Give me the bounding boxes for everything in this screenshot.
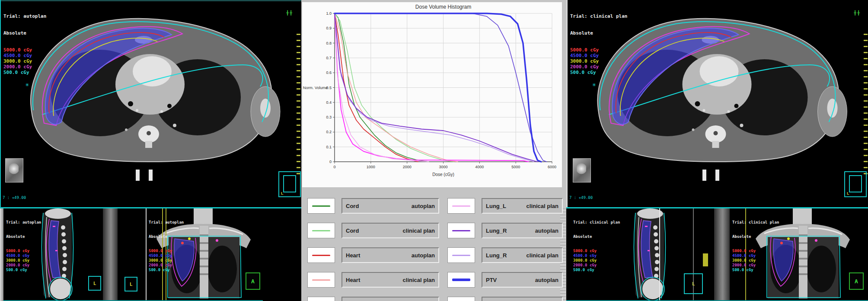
panel-edge-line [146, 208, 147, 301]
dvh-panel: 010002000300040005000600000.10.20.30.40.… [301, 0, 566, 301]
dvh-legend-left-column: CordautoplanCordclinical planHeartautopl… [307, 198, 439, 301]
y-tick-label: 0.8 [326, 41, 332, 45]
laser-cross-marks: ╂╂ [286, 10, 293, 15]
isodose-level-label: 5000.0 cGy [6, 249, 41, 253]
couch-rail-marker [149, 170, 153, 181]
legend-field[interactable]: PTVautoplan [482, 272, 563, 288]
legend-plan-label: autoplan [535, 277, 558, 283]
isodose-level-label: 3000.0 cGy [570, 58, 627, 64]
isodose-level-label: 3000.0 cGy [149, 258, 184, 263]
legend-field[interactable]: Lung_Rautoplan [482, 223, 563, 238]
legend-row[interactable]: Lung_Rclinical plan [447, 247, 563, 263]
chart-title: Dose Volume Histogram [415, 4, 471, 10]
yellow-marker [703, 253, 708, 266]
isodose-list: 5000.0 cGy4500.0 cGy3000.0 cGy2000.0 cGy… [6, 249, 41, 272]
legend-row[interactable]: PTVautoplan [447, 272, 563, 288]
y-tick-label: 0.6 [326, 70, 332, 75]
isodose-level-label: 4500.0 cGy [6, 253, 41, 258]
trial-title: Trial: autoplan [3, 13, 46, 19]
window-scrollbar[interactable] [0, 208, 3, 301]
isodose-level-label: 4500.0 cGy [573, 253, 620, 258]
sagittal-viewport-autoplan[interactable]: Trial: autoplan Absolute 5000.0 cGy4500.… [3, 208, 103, 301]
legend-row[interactable]: Cordclinical plan [307, 223, 439, 238]
dose-mode-label: Absolute [3, 30, 46, 36]
view-divider-scrollbar[interactable] [103, 208, 118, 301]
x-tick-label: 5000 [511, 165, 520, 169]
axial-viewport-clinical-plan[interactable]: ✳ Trial: clinical plan Absolute 5000.0 c… [566, 0, 868, 208]
legend-field[interactable]: Cordclinical plan [341, 223, 439, 238]
isodose-level-label: 4500.0 cGy [570, 53, 627, 58]
axial-viewport-autoplan[interactable]: ✳ Trial: autoplan Absolute 5000.0 cGy450… [0, 0, 302, 208]
orientation-box: L [844, 171, 867, 197]
dvh-plot: 010002000300040005000600000.10.20.30.40.… [302, 2, 562, 187]
isodose-level-label: 500.0 cGy [732, 268, 779, 272]
dvh-legend-right-column: Lung_Lclinical planLung_RautoplanLung_Rc… [447, 198, 563, 301]
laser-cross-marks: ╂╂ [854, 10, 861, 15]
legend-row[interactable]: PTVclinical plan [447, 297, 563, 301]
sagittal-viewport-clinical-plan[interactable]: Trial: clinical plan Absolute 5000.0 cGy… [566, 208, 714, 301]
legend-color-swatch [447, 297, 475, 301]
scout-thumbnail[interactable] [5, 158, 23, 183]
isodose-list: 5000.0 cGy4500.0 cGy3000.0 cGy2000.0 cGy… [570, 47, 627, 75]
legend-row[interactable]: Cordautoplan [307, 198, 439, 214]
isodose-level-label: 5000.0 cGy [570, 47, 627, 53]
ruler-ticks [864, 34, 868, 176]
coronal-viewport-autoplan[interactable]: Trial: autoplan Absolute 5000.0 cGy4500.… [118, 208, 263, 301]
legend-plan-label: clinical plan [527, 203, 558, 209]
dose-volume-histogram-chart[interactable]: 010002000300040005000600000.10.20.30.40.… [302, 2, 562, 187]
legend-row[interactable]: Lung_Lclinical plan [447, 198, 563, 214]
legend-color-swatch [307, 247, 335, 263]
y-tick-label: 0 [329, 160, 332, 164]
legend-row[interactable]: Heartclinical plan [307, 272, 439, 288]
legend-field[interactable]: PTVclinical plan [482, 297, 563, 301]
legend-color-line [312, 279, 330, 281]
legend-field[interactable]: Lung_Rclinical plan [482, 247, 563, 263]
legend-row[interactable]: Lung_Rautoplan [447, 223, 563, 238]
couch-rail-marker [702, 170, 706, 181]
scout-thumbnail[interactable] [573, 158, 591, 183]
isodose-level-label: 3000.0 cGy [573, 258, 620, 263]
legend-organ-label: Lung_R [486, 252, 507, 259]
isodose-level-label: 500.0 cGy [6, 268, 41, 272]
dose-mode-label: Absolute [570, 30, 627, 36]
legend-plan-label: clinical plan [527, 252, 558, 259]
viewport-hud: Trial: autoplan Absolute 5000.0 cGy4500.… [149, 211, 184, 282]
legend-color-line [312, 255, 330, 256]
isodose-level-label: 3000.0 cGy [6, 258, 41, 263]
dose-mode-label: Absolute [6, 234, 41, 239]
legend-row[interactable]: Heartautoplan [307, 247, 439, 263]
trial-title: Trial: autoplan [149, 220, 184, 225]
isodose-level-label: 5000.0 cGy [3, 47, 46, 53]
x-axis-label: Dose (cGy) [432, 172, 454, 177]
orientation-left-marker: L [88, 276, 101, 291]
orientation-left-marker: L [124, 277, 137, 291]
viewport-hud: Trial: clinical plan Absolute 5000.0 cGy… [732, 211, 779, 282]
legend-field[interactable]: Heartclinical plan [341, 272, 439, 288]
dose-mode-label: Absolute [573, 234, 620, 239]
legend-row[interactable]: Lung_Lautoplan [307, 297, 439, 301]
legend-plan-label: clinical plan [403, 227, 435, 234]
legend-color-swatch [307, 223, 335, 238]
isodose-list: 5000.0 cGy4500.0 cGy3000.0 cGy2000.0 cGy… [573, 249, 620, 272]
legend-field[interactable]: Lung_Lautoplan [341, 297, 439, 301]
orientation-box-inner [283, 175, 296, 192]
legend-organ-label: PTV [486, 277, 497, 283]
coronal-viewport-clinical-plan[interactable]: Trial: clinical plan Absolute 5000.0 cGy… [730, 208, 868, 301]
dose-mode-label: Absolute [149, 234, 184, 239]
orientation-box: L [278, 171, 301, 197]
isodose-level-label: 4500.0 cGy [3, 53, 46, 58]
legend-organ-label: Heart [346, 277, 360, 283]
slice-position-text: 7 : +49.00 [3, 195, 26, 200]
trial-title: Trial: clinical plan [573, 220, 620, 225]
legend-field[interactable]: Lung_Lclinical plan [482, 198, 563, 214]
view-divider-scrollbar[interactable] [714, 208, 730, 301]
panel-divider [566, 207, 868, 208]
viewport-hud: Trial: clinical plan Absolute 5000.0 cGy… [570, 2, 627, 86]
isodose-list: 5000.0 cGy4500.0 cGy3000.0 cGy2000.0 cGy… [3, 47, 46, 75]
legend-field[interactable]: Heartautoplan [341, 247, 439, 263]
legend-organ-label: Lung_L [486, 203, 506, 209]
y-tick-label: 0.4 [326, 100, 332, 105]
isodose-level-label: 3000.0 cGy [732, 258, 779, 263]
trial-title: Trial: clinical plan [732, 220, 779, 225]
legend-field[interactable]: Cordautoplan [341, 198, 439, 214]
